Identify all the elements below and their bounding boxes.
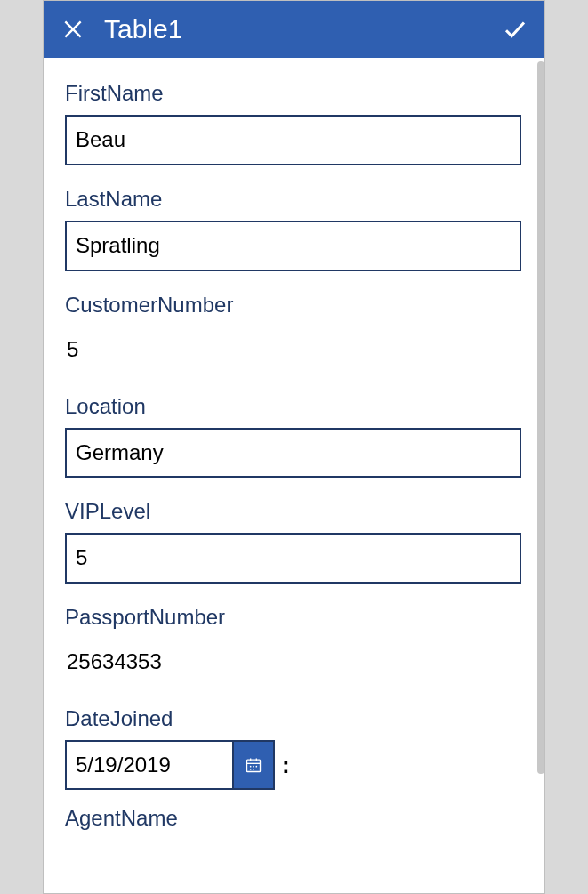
passport-number-value: 25634353: [65, 639, 521, 685]
first-name-input[interactable]: [65, 115, 521, 165]
field-label: AgentName: [65, 806, 521, 831]
vip-level-input[interactable]: [65, 533, 521, 584]
field-label: LastName: [65, 187, 521, 212]
field-label: DateJoined: [65, 706, 521, 731]
field-customer-number: CustomerNumber 5: [65, 293, 521, 373]
date-joined-input[interactable]: [65, 740, 234, 790]
close-icon[interactable]: [60, 16, 86, 43]
field-date-joined: DateJoined: [65, 706, 521, 790]
field-label: FirstName: [65, 81, 521, 106]
form-title: Table1: [104, 14, 502, 44]
field-label: Location: [65, 394, 521, 419]
field-agent-name: AgentName: [65, 806, 521, 831]
field-label: PassportNumber: [65, 605, 521, 630]
location-input[interactable]: [65, 428, 521, 479]
field-vip-level: VIPLevel: [65, 499, 521, 584]
svg-point-10: [253, 769, 254, 770]
svg-point-9: [250, 769, 252, 770]
accept-icon[interactable]: [502, 16, 528, 43]
calendar-icon[interactable]: [234, 740, 275, 790]
last-name-input[interactable]: [65, 221, 521, 271]
field-last-name: LastName: [65, 187, 521, 271]
form-container: FirstName LastName CustomerNumber 5 Loca…: [44, 58, 537, 893]
time-separator: :: [282, 752, 290, 779]
form-scroll-area: FirstName LastName CustomerNumber 5 Loca…: [44, 58, 544, 893]
svg-point-8: [256, 766, 258, 768]
edit-form-screen: Table1 FirstName LastName CustomerNumber…: [43, 0, 545, 894]
svg-point-6: [250, 766, 252, 768]
scrollbar-thumb[interactable]: [537, 61, 544, 774]
field-label: CustomerNumber: [65, 293, 521, 318]
field-label: VIPLevel: [65, 499, 521, 524]
field-passport-number: PassportNumber 25634353: [65, 605, 521, 685]
scrollbar[interactable]: [537, 61, 544, 890]
date-joined-row: :: [65, 740, 521, 790]
field-location: Location: [65, 394, 521, 479]
title-bar: Table1: [44, 1, 544, 58]
svg-point-7: [253, 766, 254, 768]
customer-number-value: 5: [65, 326, 521, 373]
field-first-name: FirstName: [65, 81, 521, 165]
